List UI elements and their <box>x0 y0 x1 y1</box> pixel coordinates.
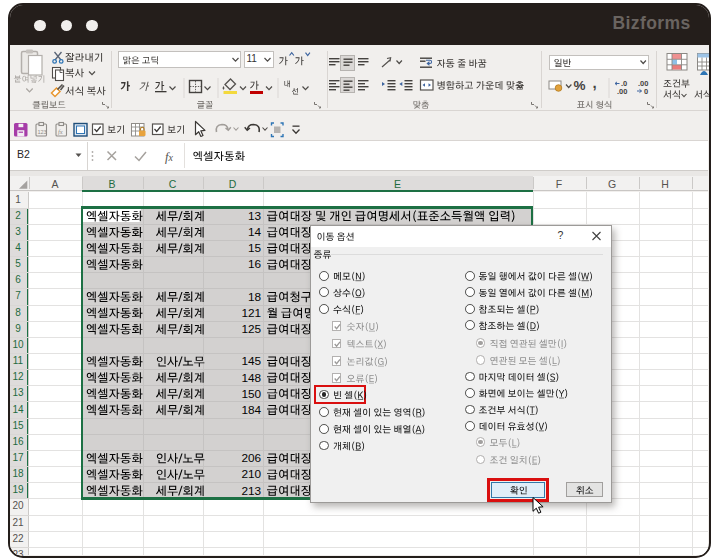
svg-text:123: 123 <box>37 129 46 135</box>
svg-text:0: 0 <box>644 86 648 95</box>
svg-text:.00: .00 <box>617 86 627 95</box>
svg-text:fx: fx <box>58 128 63 135</box>
svg-text:.0: .0 <box>621 79 627 88</box>
svg-text:.00: .00 <box>638 79 648 88</box>
